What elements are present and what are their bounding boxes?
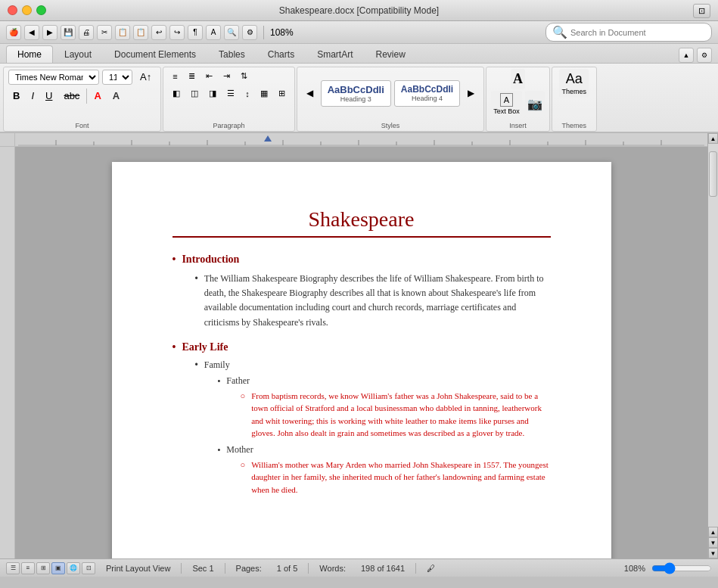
ribbon-options-button[interactable]: ⚙ [697,48,712,63]
justify-button[interactable]: ☰ [222,86,239,101]
font-color-button[interactable]: A [89,88,105,104]
font-size-large-button[interactable]: A [511,69,525,89]
style-heading4[interactable]: AaBbCcDdIi Heading 4 [394,80,460,107]
search-input[interactable] [570,28,705,37]
align-left-button[interactable]: ◧ [168,86,185,101]
minimize-button[interactable] [22,5,32,15]
view-outline-button[interactable]: ≡ [21,562,35,574]
style-heading3[interactable]: AaBbCcDdIi Heading 3 [321,80,391,107]
font-group-label: Font [4,122,160,129]
sort-button[interactable]: ⇅ [236,69,252,83]
tab-smartart[interactable]: SmartArt [306,45,364,63]
indent-button[interactable]: ⇥ [219,69,235,83]
text-box-button[interactable]: A Text Box [491,91,522,117]
style-heading3-label: Heading 3 [328,95,384,103]
tab-charts[interactable]: Charts [256,45,306,63]
undo-button[interactable]: ↩ [151,25,166,40]
help-button[interactable]: ⚙ [242,25,257,40]
style-heading4-label: Heading 4 [401,95,453,102]
paragraph-group-label: Paragraph [163,122,294,129]
window-title: Shakespeare.docx [Compatibility Mode] [279,5,439,16]
document-page: Shakespeare • Introduction • [112,162,611,558]
list-bullet-button[interactable]: ≡ [168,69,182,83]
mother-text: William's mother was Mary Arden who marr… [251,459,550,496]
outdent-button[interactable]: ⇤ [201,69,217,83]
insert-group-label: Insert [486,122,549,129]
increase-font-button[interactable]: A↑ [135,69,156,85]
bold-button[interactable]: B [8,88,24,104]
styles-next-button[interactable]: ▶ [463,86,479,101]
list-item: ○ From baptism records, we know William'… [241,390,551,440]
scroll-page-up-button[interactable]: ▲ [708,527,718,537]
tab-home[interactable]: Home [6,45,53,63]
ribbon-group-insert: A A Text Box 📷 Insert [486,67,550,132]
increase-font-icon: A [513,71,523,87]
strikethrough-button[interactable]: abc [59,88,84,104]
view-web-button[interactable]: 🌐 [67,562,80,574]
apple-menu-button[interactable]: 🍎 [6,25,21,40]
list-item: • Early Life • Family [173,341,551,496]
font-size-select[interactable]: 11 [102,70,132,85]
scroll-thumb[interactable] [709,151,717,197]
window-controls[interactable] [8,5,46,15]
tab-document-elements[interactable]: Document Elements [103,45,207,63]
ribbon-collapse-button[interactable]: ▲ [679,48,694,63]
show-formatting-button[interactable]: ¶ [188,25,203,40]
view-focus-button[interactable]: ⊡ [82,562,95,574]
close-button[interactable] [8,5,17,15]
underline-button[interactable]: U [41,88,57,104]
style-heading4-preview: AaBbCcDdIi [401,84,453,95]
list-number-button[interactable]: ≣ [184,69,200,83]
insert-extra-button[interactable]: 📷 [525,91,545,117]
zoom-slider[interactable] [651,562,712,574]
styles-prev-button[interactable]: ◀ [302,86,318,101]
line-spacing-button[interactable]: ↕ [241,86,254,101]
text-box-label: Text Box [493,107,520,115]
maximize-button[interactable] [36,5,46,15]
window-resize-button[interactable]: ⊡ [693,4,710,18]
status-bar: ☰ ≡ ⊞ ▣ 🌐 ⊡ Print Layout View Sec 1 Page… [0,558,718,577]
tab-layout[interactable]: Layout [53,45,103,63]
find-button[interactable]: 🔍 [224,25,239,40]
search-box[interactable]: 🔍 [545,23,712,42]
view-normal-button[interactable]: ☰ [6,562,20,574]
italic-button[interactable]: I [26,88,39,104]
align-center-button[interactable]: ◫ [186,86,203,101]
scroll-track[interactable] [708,144,718,527]
themes-icon: Aa [566,71,583,87]
vertical-scrollbar[interactable]: ▲ ▲ ▼ ▼ [707,133,718,558]
copy-button[interactable]: 📋 [115,25,130,40]
status-divider [225,563,225,574]
list-item: • Mother ○ William's mother was Mary [218,444,551,496]
highlight-button[interactable]: A [108,88,124,104]
ribbon-tab-bar: Home Layout Document Elements Tables Cha… [0,44,718,64]
shading-button[interactable]: ▦ [256,86,272,101]
borders-button[interactable]: ⊞ [274,86,290,101]
tab-tables[interactable]: Tables [207,45,256,63]
cut-button[interactable]: ✂ [97,25,112,40]
align-right-button[interactable]: ◨ [204,86,221,101]
media-button[interactable]: A [206,25,221,40]
section-title-introduction: Introduction [182,254,239,266]
scroll-up-button[interactable]: ▲ [708,133,718,144]
view-print-layout-button[interactable]: ▣ [51,562,65,574]
themes-button[interactable]: Aa Themes [559,69,589,98]
style-heading3-preview: AaBbCcDdIi [328,84,384,95]
back-button[interactable]: ◀ [24,25,39,40]
print-button[interactable]: 🖨 [79,25,94,40]
font-name-select[interactable]: Times New Roman [8,70,99,85]
save-button[interactable]: 💾 [61,25,76,40]
scroll-down-button[interactable]: ▼ [708,548,718,558]
ribbon-group-paragraph: ≡ ≣ ⇤ ⇥ ⇅ ◧ ◫ ◨ ☰ ↕ ▦ ⊞ Paragraph [163,67,295,132]
redo-button[interactable]: ↪ [169,25,185,40]
scroll-area[interactable]: Shakespeare • Introduction • [15,147,707,558]
paste-button[interactable]: 📋 [133,25,148,40]
ribbon-group-styles: ◀ AaBbCcDdIi Heading 3 AaBbCcDdIi Headin… [297,67,484,132]
tab-review[interactable]: Review [364,45,416,63]
title-bar: Shakespeare.docx [Compatibility Mode] ⊡ [0,0,718,21]
view-publish-button[interactable]: ⊞ [36,562,50,574]
scroll-page-down-button[interactable]: ▼ [708,537,718,548]
title-bar-right: ⊡ [693,3,710,18]
forward-button[interactable]: ▶ [42,25,58,40]
pages-label: Pages: [232,564,266,573]
